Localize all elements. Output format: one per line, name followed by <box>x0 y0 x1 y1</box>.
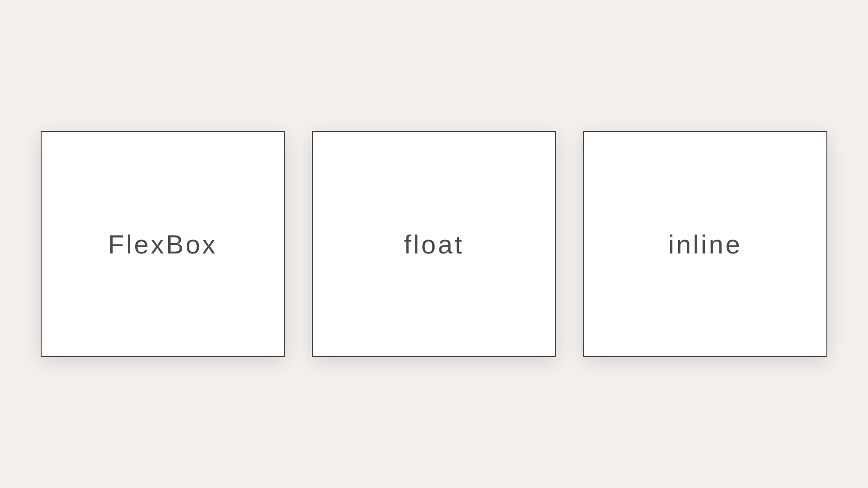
card-label: inline <box>668 229 742 259</box>
card-inline: inline <box>583 131 827 357</box>
card-flexbox: FlexBox <box>41 131 285 357</box>
card-label: FlexBox <box>108 229 217 259</box>
card-float: float <box>312 131 556 357</box>
card-label: float <box>404 229 464 259</box>
card-row: FlexBox float inline <box>41 131 827 357</box>
